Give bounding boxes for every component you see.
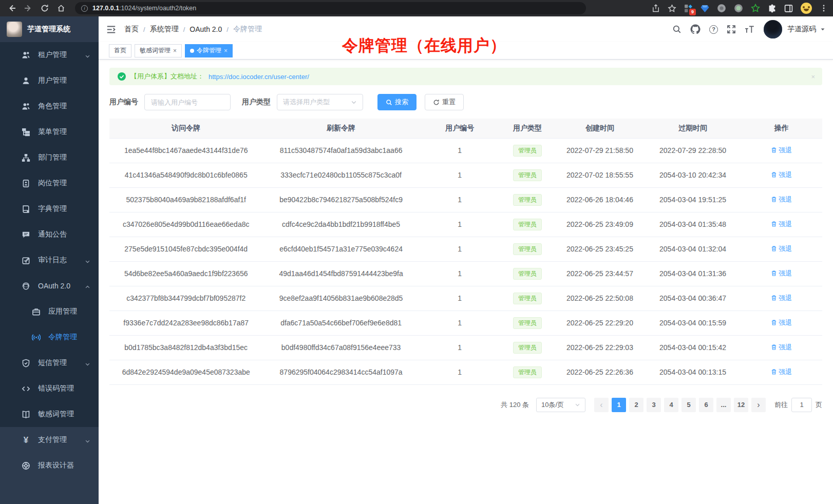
- user-avatar[interactable]: [764, 20, 782, 38]
- force-logout-button[interactable]: 强退: [771, 195, 792, 204]
- page-button[interactable]: 1: [612, 398, 626, 412]
- sidebar-item-post[interactable]: 岗位管理: [0, 170, 99, 196]
- user-id-input[interactable]: [144, 94, 231, 110]
- sidebar-item-audit-log[interactable]: 审计日志: [0, 247, 99, 273]
- github-icon[interactable]: [690, 24, 701, 34]
- breadcrumb-system[interactable]: 系统管理: [150, 25, 179, 34]
- sidebar-item-app-manage[interactable]: 应用管理: [0, 299, 99, 324]
- force-logout-button[interactable]: 强退: [771, 170, 792, 180]
- breadcrumb-oauth[interactable]: OAuth 2.0: [190, 25, 222, 33]
- sidebar-item-pay[interactable]: ¥ 支付管理: [0, 427, 99, 453]
- user-type-badge: 管理员: [513, 342, 542, 354]
- doc-link[interactable]: https://doc.iocoder.cn/user-center/: [209, 73, 309, 81]
- back-icon[interactable]: [5, 2, 18, 15]
- sidebar-root-section: ¥ 支付管理 报表设计器: [0, 427, 99, 504]
- action-cell: 强退: [741, 286, 822, 311]
- tab-home[interactable]: 首页: [109, 44, 131, 57]
- browser-menu-icon[interactable]: [820, 4, 828, 12]
- force-logout-button[interactable]: 强退: [771, 146, 792, 155]
- force-logout-button[interactable]: 强退: [771, 294, 792, 303]
- close-icon[interactable]: [173, 47, 177, 54]
- search-button[interactable]: 搜索: [377, 94, 416, 110]
- force-logout-button[interactable]: 强退: [771, 269, 792, 278]
- forward-icon[interactable]: [22, 2, 35, 15]
- search-icon[interactable]: [672, 25, 681, 34]
- home-icon[interactable]: [54, 2, 68, 15]
- sidebar-item-token-manage[interactable]: 令牌管理: [0, 324, 99, 350]
- site-info-icon[interactable]: [81, 5, 88, 12]
- sidebar: 芋道管理系统 租户管理 用户管理 角色管理 菜单管理: [0, 16, 99, 504]
- font-size-icon[interactable]: [745, 25, 755, 34]
- sidebar-item-tenant[interactable]: 租户管理: [0, 42, 99, 68]
- col-create-time: 创建时间: [555, 119, 645, 138]
- sidebar-item-oauth[interactable]: OAuth 2.0: [0, 273, 99, 299]
- access-token-cell: 275e5de9151045fe87cbdc395e004f4d: [109, 237, 262, 261]
- sidebar-item-label: 审计日志: [38, 256, 67, 265]
- token-signal-icon: [32, 333, 41, 342]
- extension-record-icon[interactable]: [734, 4, 743, 13]
- close-icon[interactable]: [224, 47, 228, 54]
- goto-page-input[interactable]: [791, 398, 812, 412]
- page-size-select[interactable]: 10条/页: [536, 398, 585, 412]
- sidebar-logo[interactable]: 芋道管理系统: [0, 16, 99, 42]
- sidebar-item-label: 错误码管理: [38, 384, 74, 393]
- extension-camera-icon[interactable]: [717, 4, 726, 13]
- share-icon[interactable]: [652, 4, 660, 12]
- alert-close-icon[interactable]: [811, 73, 815, 81]
- force-logout-button[interactable]: 强退: [771, 318, 792, 327]
- access-token-cell: b0d1785bc3a8482f812db4a3f3bd15ec: [109, 335, 262, 360]
- tab-sensitive-word[interactable]: 敏感词管理: [135, 44, 182, 57]
- extension-gem-icon[interactable]: [701, 4, 709, 13]
- user-type-badge: 管理员: [513, 169, 542, 181]
- tab-token-manage[interactable]: 令牌管理: [185, 44, 233, 57]
- address-bar[interactable]: 127.0.0.1:1024/system/oauth2/token: [75, 2, 586, 14]
- sidebar-item-menu[interactable]: 菜单管理: [0, 119, 99, 145]
- fullscreen-icon[interactable]: [727, 25, 736, 34]
- force-logout-button[interactable]: 强退: [771, 220, 792, 229]
- user-id-cell: 1: [420, 212, 500, 237]
- next-page-button[interactable]: [751, 398, 766, 412]
- sidebar-item-department[interactable]: 部门管理: [0, 145, 99, 170]
- table-row: 41c41346a548490f9dc8b01c6bfe0865 333ecfc…: [109, 163, 822, 187]
- sidebar-item-report-designer[interactable]: 报表设计器: [0, 453, 99, 478]
- sidebar-item-sms[interactable]: 短信管理: [0, 350, 99, 376]
- browser-actions: 9: [652, 3, 828, 14]
- page-button[interactable]: 6: [699, 398, 713, 412]
- reload-icon[interactable]: [38, 2, 51, 15]
- sidebar-item-user[interactable]: 用户管理: [0, 68, 99, 93]
- reset-button[interactable]: 重置: [425, 94, 464, 110]
- user-type-cell: 管理员: [500, 187, 555, 212]
- sidebar-item-error-code[interactable]: 错误码管理: [0, 376, 99, 401]
- username[interactable]: 芋道源码: [787, 25, 816, 34]
- sidebar-item-dict[interactable]: 字典管理: [0, 196, 99, 222]
- sidebar-item-role[interactable]: 角色管理: [0, 93, 99, 119]
- extension-star-icon[interactable]: [751, 4, 760, 13]
- breadcrumb-home[interactable]: 首页: [124, 25, 139, 34]
- page-button[interactable]: 2: [629, 398, 643, 412]
- hamburger-icon[interactable]: [106, 25, 116, 34]
- sidebar-item-label: 用户管理: [38, 76, 67, 85]
- force-logout-button[interactable]: 强退: [771, 343, 792, 352]
- user-type-select[interactable]: 请选择用户类型: [277, 94, 363, 110]
- page-button[interactable]: ...: [716, 398, 731, 412]
- page-button[interactable]: 5: [681, 398, 696, 412]
- caret-down-icon[interactable]: [820, 25, 825, 34]
- force-logout-button[interactable]: 强退: [771, 244, 792, 254]
- doc-alert: 【用户体系】文档地址： https://doc.iocoder.cn/user-…: [109, 68, 822, 85]
- sidebar-item-sensitive-word[interactable]: 敏感词管理: [0, 401, 99, 427]
- prev-page-button[interactable]: [594, 398, 609, 412]
- extension-tabs-icon[interactable]: 9: [684, 4, 693, 13]
- sidebar-item-notice[interactable]: 通知公告: [0, 222, 99, 247]
- extensions-puzzle-icon[interactable]: [768, 4, 777, 13]
- profile-avatar-icon[interactable]: [801, 3, 812, 14]
- page-button[interactable]: 12: [734, 398, 748, 412]
- help-icon[interactable]: [709, 25, 718, 34]
- expire-time-cell: 2054-03-04 01:31:36: [645, 261, 741, 286]
- bookmark-star-icon[interactable]: [668, 4, 676, 13]
- page-button[interactable]: 4: [664, 398, 678, 412]
- force-logout-button[interactable]: 强退: [771, 367, 792, 377]
- table-row: 502375b8040a469a9b82188afdf6af1f be90422…: [109, 187, 822, 212]
- page-button[interactable]: 3: [647, 398, 661, 412]
- create-time-cell: 2022-07-29 21:58:50: [555, 138, 645, 163]
- side-panel-icon[interactable]: [784, 4, 793, 13]
